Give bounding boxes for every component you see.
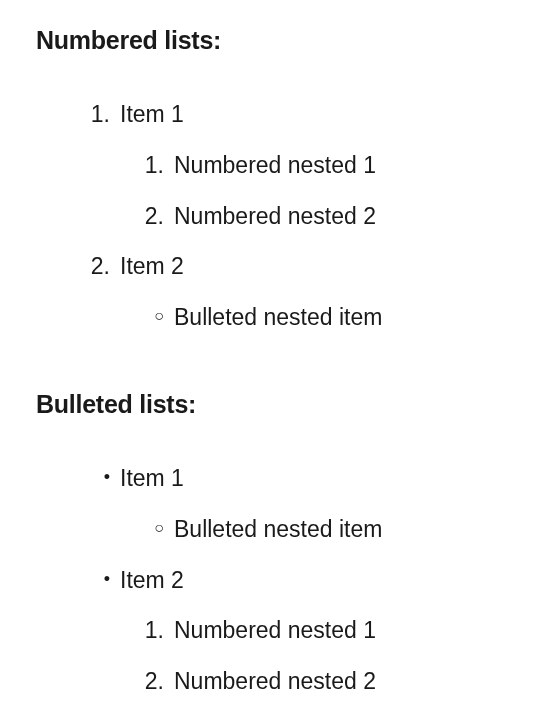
list-item: 2. Numbered nested 2 bbox=[134, 198, 502, 235]
list-marker: 1. bbox=[134, 147, 164, 184]
bullet-disc-icon: • bbox=[80, 562, 110, 596]
list-item: 1. Numbered nested 1 bbox=[134, 612, 502, 649]
list-item-text: Numbered nested 2 bbox=[174, 198, 502, 235]
list-item-text: Item 2 bbox=[120, 562, 502, 599]
bullet-disc-icon: • bbox=[80, 460, 110, 494]
list-item: 2. Item 2 bbox=[80, 248, 502, 285]
list-item: 1. Numbered nested 1 bbox=[134, 147, 502, 184]
list-item-text: Item 1 bbox=[120, 460, 502, 497]
list-item: 1. Item 1 bbox=[80, 96, 502, 133]
list-item-text: Bulleted nested item bbox=[174, 511, 502, 548]
section-heading: Numbered lists: bbox=[36, 20, 502, 60]
nested-list: ○ Bulleted nested item bbox=[80, 299, 502, 336]
list-item: • Item 2 bbox=[80, 562, 502, 599]
numbered-lists-section: Numbered lists: 1. Item 1 1. Numbered ne… bbox=[36, 20, 502, 336]
bullet-circle-icon: ○ bbox=[134, 299, 164, 333]
list-marker: 2. bbox=[134, 663, 164, 700]
list-item: ○ Bulleted nested item bbox=[134, 299, 502, 336]
list-item: • Item 1 bbox=[80, 460, 502, 497]
bullet-circle-icon: ○ bbox=[134, 511, 164, 545]
nested-list: 1. Numbered nested 1 2. Numbered nested … bbox=[80, 147, 502, 235]
list-item-text: Item 1 bbox=[120, 96, 502, 133]
list-item-text: Numbered nested 1 bbox=[174, 612, 502, 649]
bulleted-list: • Item 1 ○ Bulleted nested item • Item 2… bbox=[36, 460, 502, 700]
list-item: ○ Bulleted nested item bbox=[134, 511, 502, 548]
section-heading: Bulleted lists: bbox=[36, 384, 502, 424]
list-item-text: Numbered nested 1 bbox=[174, 147, 502, 184]
numbered-list: 1. Item 1 1. Numbered nested 1 2. Number… bbox=[36, 96, 502, 336]
list-marker: 1. bbox=[134, 612, 164, 649]
list-marker: 2. bbox=[80, 248, 110, 285]
list-item-text: Bulleted nested item bbox=[174, 299, 502, 336]
list-item-text: Numbered nested 2 bbox=[174, 663, 502, 700]
list-marker: 2. bbox=[134, 198, 164, 235]
list-item: 2. Numbered nested 2 bbox=[134, 663, 502, 700]
bulleted-lists-section: Bulleted lists: • Item 1 ○ Bulleted nest… bbox=[36, 384, 502, 700]
nested-list: 1. Numbered nested 1 2. Numbered nested … bbox=[80, 612, 502, 700]
nested-list: ○ Bulleted nested item bbox=[80, 511, 502, 548]
list-item-text: Item 2 bbox=[120, 248, 502, 285]
list-marker: 1. bbox=[80, 96, 110, 133]
